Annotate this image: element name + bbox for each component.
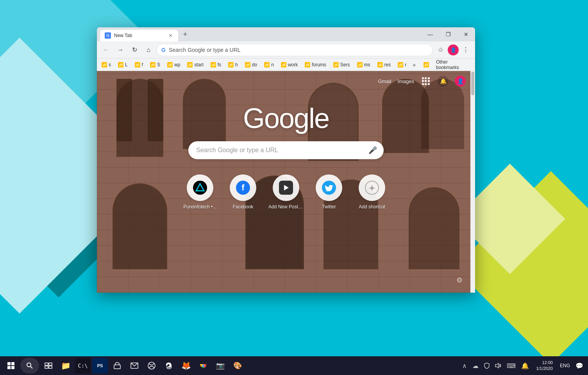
forward-button[interactable]: → [114, 44, 127, 56]
settings-gear-button[interactable]: ⚙ [453, 274, 466, 286]
maximize-button[interactable]: ❐ [439, 27, 457, 41]
images-link[interactable]: Images [397, 78, 414, 84]
bookmark-forums[interactable]: 📁 forums [302, 60, 329, 69]
page-avatar-icon: 👤 [457, 78, 464, 84]
firefox-button[interactable]: 🦊 [178, 358, 194, 373]
page-search-placeholder: Search Google or type a URL [196, 147, 363, 154]
pureinfotech-icon [193, 181, 207, 195]
bookmark-folder-icon[interactable]: 📁 [420, 60, 432, 69]
omnibar[interactable]: G Search Google or type a URL [156, 44, 433, 56]
bookmark-s[interactable]: 📁 s [98, 60, 114, 69]
reload-icon: ↻ [132, 46, 137, 53]
taskbar: 📁 C:\ PS 🦊 [0, 356, 588, 375]
onedrive-button[interactable]: ☁ [471, 361, 480, 371]
mail-button[interactable] [127, 358, 142, 373]
other-bookmarks[interactable]: Other bookmarks [433, 59, 474, 71]
svg-marker-18 [495, 363, 499, 368]
bookmark-icon-n: 📁 [264, 62, 270, 68]
xbox-button[interactable] [144, 358, 159, 373]
mic-icon[interactable]: 🎤 [368, 146, 377, 155]
file-explorer-button[interactable]: 📁 [58, 358, 73, 373]
scrollbar-thumb[interactable] [471, 72, 474, 95]
add-shortcut-icon: + [365, 181, 379, 195]
close-button[interactable]: ✕ [457, 27, 475, 41]
security-icon [484, 363, 490, 369]
taskbar-search-button[interactable] [20, 358, 39, 373]
task-view-button[interactable] [41, 358, 56, 373]
minimize-button[interactable]: — [421, 27, 439, 41]
tab-close-button[interactable]: ✕ [167, 32, 173, 39]
bookmark-n[interactable]: 📁 n [261, 60, 277, 69]
camera-icon: 📷 [216, 361, 225, 370]
speakers-button[interactable] [493, 361, 503, 370]
shortcut-circle-add: + [359, 174, 385, 201]
camera-button[interactable]: 📷 [213, 358, 228, 373]
app-button[interactable]: 🎨 [230, 358, 245, 373]
bookmark-start[interactable]: 📁 start [184, 60, 206, 69]
svg-rect-3 [11, 362, 14, 365]
security-button[interactable] [483, 361, 491, 370]
start-button[interactable] [3, 358, 19, 373]
profile-avatar[interactable]: 👤 [448, 44, 459, 55]
bookmark-wp[interactable]: 📁 wp [164, 60, 183, 69]
bookmark-icon-h: 📁 [228, 62, 234, 68]
bookmarks-more-icon: » [413, 62, 416, 68]
bookmarks-more-button[interactable]: » [410, 60, 418, 69]
bookmark-fs[interactable]: 📁 fs [207, 60, 224, 69]
reload-button[interactable]: ↻ [128, 44, 141, 56]
store-button[interactable] [109, 358, 125, 373]
back-icon: ← [103, 46, 109, 53]
bookmark-icon-f: 📁 [135, 62, 140, 68]
scrollbar[interactable] [470, 71, 475, 293]
keyboard-button[interactable]: ⌨ [505, 361, 517, 371]
shortcut-label-twitter: Twitter [322, 204, 336, 210]
shortcut-add[interactable]: + Add shortcut [354, 174, 390, 210]
toolbar-right: ☆ 👤 ⋮ [434, 44, 472, 56]
edge-button[interactable] [161, 358, 177, 373]
logo-g: g [294, 103, 309, 134]
bookmark-button[interactable]: ☆ [434, 44, 447, 56]
bookmark-L[interactable]: 📁 L [115, 60, 131, 69]
notification-button[interactable]: 🔔 [520, 361, 531, 371]
shortcut-twitter[interactable]: Twitter [311, 174, 347, 210]
shortcut-add-new-post[interactable]: Add New Post c... [268, 174, 304, 210]
back-button[interactable]: ← [100, 44, 113, 56]
bookmark-icon-r: 📁 [398, 62, 403, 68]
bookmark-Sers[interactable]: 📁 Sers [330, 60, 353, 69]
notification-bell[interactable]: 🔔 [438, 76, 449, 87]
home-button[interactable]: ⌂ [142, 44, 155, 56]
new-tab-button[interactable]: + [180, 29, 191, 40]
active-tab[interactable]: N New Tab ✕ [100, 30, 178, 41]
bookmark-ms[interactable]: 📁 ms [354, 60, 374, 69]
show-hidden-button[interactable]: ∧ [461, 361, 468, 371]
page-top-right: Gmail Images 🔔 👤 [378, 76, 466, 87]
bookmark-h[interactable]: 📁 h [225, 60, 241, 69]
apps-button[interactable] [420, 76, 431, 87]
bookmark-S[interactable]: 📁 S [147, 60, 163, 69]
menu-button[interactable]: ⋮ [459, 44, 472, 56]
bookmark-do[interactable]: 📁 do [242, 60, 260, 69]
page-search-bar[interactable]: Search Google or type a URL 🎤 [188, 141, 384, 159]
omnibar-google-icon: G [161, 47, 166, 53]
gmail-link[interactable]: Gmail [378, 78, 391, 84]
chrome-taskbar-button[interactable] [195, 358, 211, 373]
bookmark-res[interactable]: 📁 res [374, 60, 394, 69]
logo-o1: o [264, 103, 279, 134]
svg-rect-11 [49, 366, 52, 368]
bookmark-r[interactable]: 📁 r [395, 60, 409, 69]
cmd-button[interactable]: C:\ [75, 358, 91, 373]
bookmark-work[interactable]: 📁 work [278, 60, 301, 69]
shortcut-pureinfotech[interactable]: Pureinfotech •... [182, 174, 218, 210]
notification-center-button[interactable]: 💬 [574, 361, 585, 371]
svg-rect-4 [7, 366, 11, 369]
store-icon [113, 362, 121, 370]
bookmark-icon-S: 📁 [150, 62, 155, 68]
bookmark-f[interactable]: 📁 f [132, 60, 146, 69]
page-avatar[interactable]: 👤 [455, 76, 466, 87]
shortcut-facebook[interactable]: f Facebook [225, 174, 261, 210]
bookmark-icon-start: 📁 [187, 62, 193, 68]
powershell-button[interactable]: PS [92, 358, 108, 373]
chrome-taskbar-icon [199, 362, 207, 370]
tab-favicon: N [105, 32, 111, 39]
svg-marker-1 [284, 185, 289, 190]
